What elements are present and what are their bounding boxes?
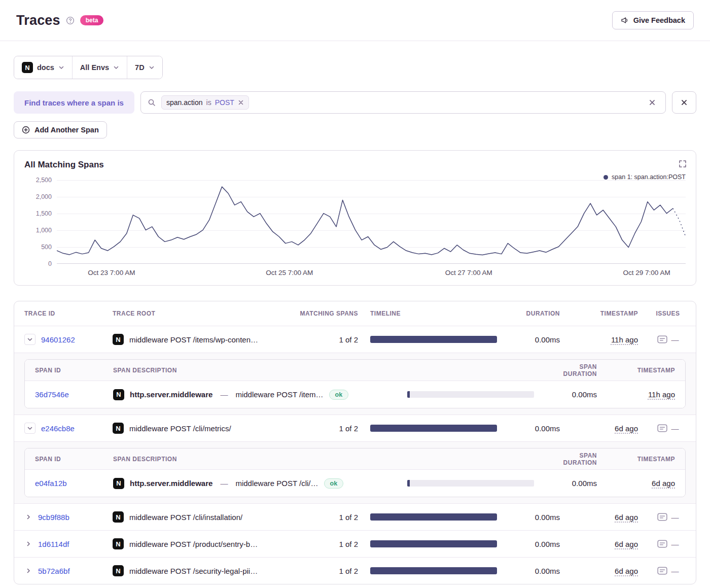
- nextjs-project-icon: N: [113, 334, 124, 345]
- query-where-label: Find traces where a span is: [14, 91, 134, 114]
- help-icon[interactable]: [66, 16, 75, 25]
- matching-spans-count: 1 of 2: [287, 567, 358, 575]
- trace-row[interactable]: 9cb9f88b N middleware POST /cli/installa…: [14, 503, 696, 530]
- trace-id-link[interactable]: 1d6114df: [38, 540, 69, 548]
- span-timeline-track: [407, 391, 534, 398]
- expand-chart-button[interactable]: [677, 158, 689, 170]
- span-timeline-track: [407, 480, 534, 487]
- nextjs-project-icon: N: [113, 538, 124, 549]
- issues-icon: [657, 335, 667, 343]
- chevron-down-icon: [27, 425, 33, 431]
- col-span-description: Span Description: [113, 367, 395, 374]
- feedback-button-label: Give Feedback: [633, 16, 685, 24]
- chart-legend[interactable]: span 1: span.action:POST: [604, 174, 686, 181]
- issues-empty-dash: —: [671, 335, 679, 344]
- trace-id-link[interactable]: e246cb8e: [41, 424, 75, 433]
- beta-badge: beta: [80, 15, 104, 25]
- matching-spans-count: 1 of 2: [287, 513, 358, 522]
- chevron-right-icon: [25, 541, 31, 547]
- col-trace-id: Trace ID: [24, 310, 100, 317]
- span-query-row: Find traces where a span is span.action …: [14, 91, 696, 114]
- matching-spans-chart-panel: All Matching Spans span 1: span.action:P…: [14, 150, 696, 286]
- span-id-link[interactable]: e04fa12b: [35, 479, 67, 488]
- col-duration: Duration: [509, 310, 560, 317]
- span-timeline-bar: [407, 391, 410, 398]
- environment-filter[interactable]: All Envs: [72, 56, 127, 79]
- span-table-header-row: Span ID Span Description Span Duration T…: [25, 360, 685, 381]
- date-range-filter[interactable]: 7D: [127, 56, 162, 79]
- expand-row-button[interactable]: [24, 567, 32, 575]
- trace-id-link[interactable]: 9cb9f88b: [38, 513, 69, 522]
- span-row[interactable]: e04fa12b N http.server.middleware — midd…: [25, 470, 685, 497]
- span-row[interactable]: 36d7546e N http.server.middleware — midd…: [25, 381, 685, 408]
- trace-row[interactable]: 94601262 N middleware POST /items/wp-con…: [14, 326, 696, 353]
- collapse-row-button[interactable]: [24, 423, 36, 434]
- chart-title: All Matching Spans: [24, 160, 686, 170]
- add-span-button-label: Add Another Span: [34, 126, 99, 134]
- nextjs-project-icon: N: [113, 511, 124, 523]
- col-span-id: Span ID: [35, 456, 101, 463]
- legend-series-dot: [604, 175, 608, 180]
- add-another-span-button[interactable]: Add Another Span: [14, 121, 107, 139]
- project-filter-label: docs: [37, 63, 54, 72]
- token-operator[interactable]: is: [206, 98, 211, 107]
- give-feedback-button[interactable]: Give Feedback: [612, 11, 694, 29]
- span-table-header-row: Span ID Span Description Span Duration T…: [25, 448, 685, 470]
- timeline-bar: [370, 540, 497, 547]
- chevron-down-icon: [58, 64, 64, 71]
- col-span-timestamp: Timestamp: [609, 456, 675, 463]
- trace-id-link[interactable]: 94601262: [41, 335, 75, 344]
- y-tick: 1,500: [36, 210, 52, 217]
- span-timestamp-value: 6d ago: [652, 479, 675, 488]
- trace-row[interactable]: 5b72a6bf N middleware POST /security-leg…: [14, 557, 696, 584]
- timeline-bar: [370, 336, 497, 343]
- duration-value: 0.00ms: [509, 540, 560, 548]
- span-separator: —: [220, 390, 228, 399]
- span-id-link[interactable]: 36d7546e: [35, 390, 69, 399]
- trace-root-text: middleware POST /product/sentry-b…: [129, 540, 258, 548]
- issues-empty-dash: —: [671, 513, 679, 522]
- chevron-down-icon: [27, 336, 33, 342]
- delete-span-query-button[interactable]: [672, 91, 696, 114]
- trace-root-text: middleware POST /cli/installation/: [129, 513, 242, 522]
- x-tick: Oct 23 7:00 AM: [88, 269, 135, 276]
- search-icon: [148, 98, 156, 107]
- x-tick: Oct 25 7:00 AM: [266, 269, 313, 276]
- traces-table: Trace ID Trace Root Matching Spans Timel…: [14, 301, 696, 584]
- nextjs-project-icon: N: [113, 478, 124, 489]
- page-title: Traces: [16, 13, 60, 28]
- expand-row-button[interactable]: [24, 513, 32, 521]
- table-header-row: Trace ID Trace Root Matching Spans Timel…: [14, 301, 696, 326]
- filter-segmented-control: N docs All Envs 7D: [14, 56, 163, 79]
- nextjs-project-icon: N: [113, 389, 124, 400]
- y-tick: 0: [48, 260, 52, 267]
- environment-filter-label: All Envs: [80, 63, 109, 72]
- expand-row-button[interactable]: [24, 540, 32, 548]
- chart-x-axis: Oct 23 7:00 AM Oct 25 7:00 AM Oct 27 7:0…: [57, 264, 686, 279]
- col-timestamp: Timestamp: [572, 310, 638, 317]
- expanded-spans-section: Span ID Span Description Span Duration T…: [14, 441, 696, 503]
- remove-token-icon[interactable]: [238, 99, 244, 106]
- close-icon: [681, 99, 688, 106]
- filter-token[interactable]: span.action is POST: [161, 95, 249, 110]
- span-search-input[interactable]: span.action is POST: [140, 91, 666, 114]
- token-value[interactable]: POST: [215, 98, 234, 107]
- chevron-down-icon: [149, 64, 155, 71]
- y-tick: 500: [41, 244, 52, 251]
- collapse-row-button[interactable]: [24, 334, 36, 345]
- clear-search-button[interactable]: [646, 98, 659, 107]
- trace-id-link[interactable]: 5b72a6bf: [38, 567, 70, 575]
- duration-value: 0.00ms: [509, 513, 560, 522]
- span-status-badge: ok: [324, 478, 344, 489]
- page-header: Traces beta Give Feedback: [0, 0, 710, 41]
- timeline-bar: [370, 425, 497, 432]
- x-tick: Oct 29 7:00 AM: [623, 269, 670, 276]
- col-span-description: Span Description: [113, 456, 395, 463]
- trace-row[interactable]: 1d6114df N middleware POST /product/sent…: [14, 530, 696, 557]
- trace-row[interactable]: e246cb8e N middleware POST /cli/metrics/…: [14, 414, 696, 441]
- chevron-right-icon: [25, 568, 31, 574]
- nextjs-project-icon: N: [113, 565, 124, 576]
- token-key: span.action: [166, 98, 203, 107]
- project-filter[interactable]: N docs: [14, 56, 72, 79]
- col-span-duration: Span Duration: [546, 363, 597, 377]
